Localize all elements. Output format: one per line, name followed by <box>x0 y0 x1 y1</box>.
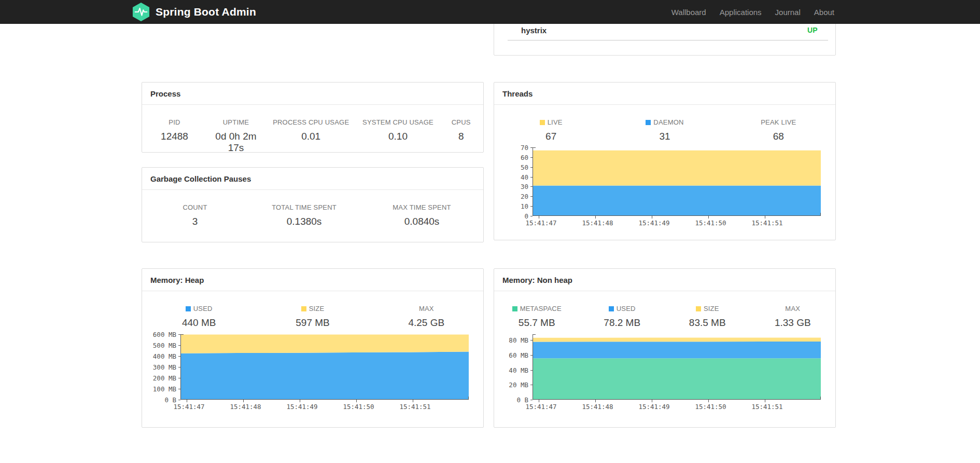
daemon-legend-swatch <box>646 120 651 125</box>
metric-value: 440 MB <box>142 317 256 329</box>
row-divider <box>508 40 828 40</box>
metric-heap-max: MAX 4.25 GB <box>370 305 483 329</box>
metric-label: MAX <box>750 305 836 312</box>
svg-text:15:41:47: 15:41:47 <box>173 403 204 411</box>
heap-legend: USED 440 MB SIZE 597 MB MAX 4.25 GB <box>142 291 483 329</box>
svg-text:80 MB: 80 MB <box>509 336 528 344</box>
svg-text:40 MB: 40 MB <box>509 366 528 374</box>
metric-daemon: DAEMON 31 <box>608 118 721 142</box>
metric-value: 4.25 GB <box>370 317 483 329</box>
metric-label: PID <box>142 118 207 126</box>
heap-card-title: Memory: Heap <box>142 269 483 291</box>
svg-text:20: 20 <box>521 193 528 200</box>
svg-text:60: 60 <box>521 154 528 161</box>
svg-text:500 MB: 500 MB <box>153 342 176 349</box>
metric-value: 0.01 <box>265 131 357 142</box>
brand-link[interactable]: Spring Boot Admin <box>132 0 256 24</box>
metric-uptime: UPTIME 0d 0h 2m 17s <box>207 118 265 154</box>
metric-label: METASPACE <box>494 305 580 312</box>
nonheap-legend: METASPACE 55.7 MB USED 78.2 MB SIZE 83.5… <box>494 291 835 329</box>
metric-label: CPUS <box>439 118 483 126</box>
metric-value: 55.7 MB <box>494 317 580 329</box>
process-metrics: PID 12488 UPTIME 0d 0h 2m 17s PROCESS CP… <box>142 105 483 154</box>
svg-text:15:41:49: 15:41:49 <box>638 219 669 227</box>
memory-heap-card: Memory: Heap USED 440 MB SIZE 597 MB MAX… <box>142 268 484 428</box>
svg-text:15:41:49: 15:41:49 <box>638 403 669 411</box>
metric-label: COUNT <box>142 203 248 211</box>
metric-label: PEAK LIVE <box>722 118 835 126</box>
metric-label: MAX TIME SPENT <box>360 203 483 211</box>
process-card: Process PID 12488 UPTIME 0d 0h 2m 17s PR… <box>142 82 484 153</box>
metric-value: 597 MB <box>256 317 369 329</box>
threads-card-title: Threads <box>494 83 835 105</box>
svg-text:15:41:47: 15:41:47 <box>525 219 556 227</box>
nav-item-about[interactable]: About <box>807 8 841 17</box>
spring-boot-admin-logo-icon <box>132 2 150 22</box>
metric-value: 31 <box>608 131 721 142</box>
brand-title: Spring Boot Admin <box>156 6 256 18</box>
metric-value: 0.1380s <box>248 216 360 227</box>
metric-heap-size: SIZE 597 MB <box>256 305 369 329</box>
metric-value: 0.0840s <box>360 216 483 227</box>
svg-text:30: 30 <box>521 183 528 190</box>
metric-peak-live: PEAK LIVE 68 <box>722 118 835 142</box>
svg-text:15:41:51: 15:41:51 <box>751 219 782 227</box>
metric-value: 68 <box>722 131 835 142</box>
memory-nonheap-chart: 0 B20 MB40 MB60 MB80 MB15:41:4715:41:481… <box>498 331 832 413</box>
metric-label: USED <box>580 305 665 312</box>
metric-label: SYSTEM CPU USAGE <box>357 118 439 126</box>
garbage-collection-card: Garbage Collection Pauses COUNT 3 TOTAL … <box>142 167 484 242</box>
metric-value: 12488 <box>142 131 207 142</box>
svg-text:20 MB: 20 MB <box>509 381 528 389</box>
metric-count: COUNT 3 <box>142 203 248 227</box>
svg-text:400 MB: 400 MB <box>153 352 176 360</box>
metric-nonheap-size: SIZE 83.5 MB <box>665 305 750 329</box>
metric-value: 78.2 MB <box>580 317 665 329</box>
metric-pid: PID 12488 <box>142 118 207 154</box>
svg-text:10: 10 <box>521 202 528 210</box>
svg-text:200 MB: 200 MB <box>153 374 176 382</box>
gc-card-title: Garbage Collection Pauses <box>142 168 483 190</box>
used-legend-swatch <box>186 306 191 311</box>
metric-value: 67 <box>494 131 608 142</box>
metric-value: 8 <box>439 131 483 142</box>
metric-label: TOTAL TIME SPENT <box>248 203 360 211</box>
svg-text:100 MB: 100 MB <box>153 385 176 393</box>
metaspace-legend-swatch <box>512 306 517 311</box>
size-legend-swatch <box>696 306 701 311</box>
memory-nonheap-card: Memory: Non heap METASPACE 55.7 MB USED … <box>494 268 836 428</box>
nav-item-wallboard[interactable]: Wallboard <box>665 8 713 17</box>
nav-links: Wallboard Applications Journal About <box>665 0 841 24</box>
nav-item-applications[interactable]: Applications <box>713 8 768 17</box>
gc-metrics: COUNT 3 TOTAL TIME SPENT 0.1380s MAX TIM… <box>142 190 483 227</box>
svg-text:15:41:47: 15:41:47 <box>525 403 556 411</box>
svg-text:15:41:48: 15:41:48 <box>230 403 261 411</box>
metric-value: 83.5 MB <box>665 317 750 329</box>
svg-text:600 MB: 600 MB <box>153 331 176 338</box>
svg-text:50: 50 <box>521 164 528 171</box>
live-legend-swatch <box>540 120 545 125</box>
metric-nonheap-used: USED 78.2 MB <box>580 305 665 329</box>
application-status-badge: UP <box>807 26 818 34</box>
metric-system-cpu-usage: SYSTEM CPU USAGE 0.10 <box>357 118 439 154</box>
svg-text:15:41:50: 15:41:50 <box>695 219 726 227</box>
threads-chart: 01020304050607015:41:4715:41:4815:41:491… <box>498 144 832 229</box>
svg-text:40: 40 <box>521 173 528 181</box>
metric-label: DAEMON <box>608 118 721 126</box>
application-name[interactable]: hystrix <box>521 26 547 35</box>
svg-text:15:41:51: 15:41:51 <box>399 403 430 411</box>
metric-value: 1.33 GB <box>750 317 836 329</box>
metric-value: 3 <box>142 216 248 227</box>
metric-label: SIZE <box>256 305 369 312</box>
metric-value: 0d 0h 2m 17s <box>207 131 265 154</box>
metric-max-time-spent: MAX TIME SPENT 0.0840s <box>360 203 483 227</box>
metric-total-time-spent: TOTAL TIME SPENT 0.1380s <box>248 203 360 227</box>
metric-heap-used: USED 440 MB <box>142 305 256 329</box>
metric-live: LIVE 67 <box>494 118 608 142</box>
svg-text:300 MB: 300 MB <box>153 363 176 371</box>
svg-text:15:41:48: 15:41:48 <box>582 403 613 411</box>
used-legend-swatch <box>609 306 614 311</box>
svg-text:15:41:50: 15:41:50 <box>695 403 726 411</box>
nav-item-journal[interactable]: Journal <box>768 8 807 17</box>
metric-label: SIZE <box>665 305 750 312</box>
